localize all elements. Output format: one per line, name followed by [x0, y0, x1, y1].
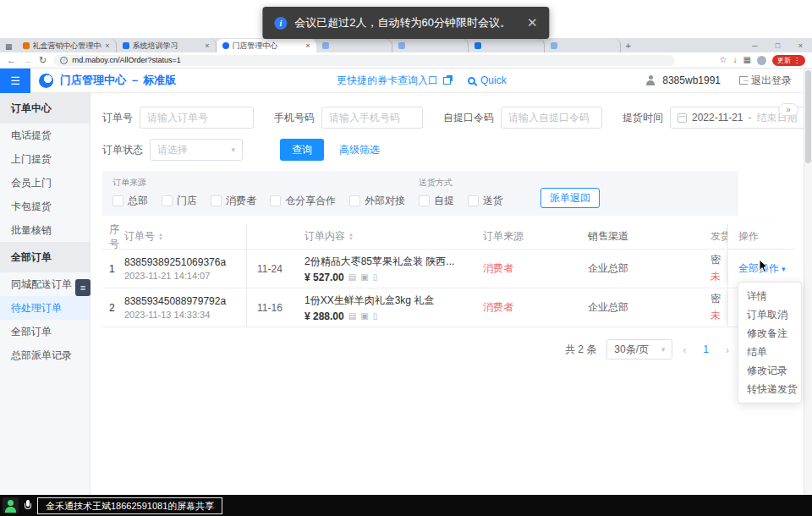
order-no-cell: 83859345088979792a 2023-11-13 14:33:34 [124, 288, 247, 327]
phone-label: 手机号码 [274, 111, 315, 125]
browser-tab-5[interactable] [392, 39, 469, 52]
menu-item-express-ship[interactable]: 转快递发货 [738, 380, 801, 398]
back-icon[interactable]: ← [7, 56, 16, 65]
next-page-button[interactable]: › [726, 343, 729, 356]
order-source-label: 订单来源 [112, 177, 419, 189]
profile-avatar[interactable] [757, 56, 766, 65]
chrome-update-button[interactable]: 更新 ⋮ [772, 55, 805, 66]
sidebar-item-hq-dispatch-records[interactable]: 总部派单记录 [0, 343, 90, 367]
forward-icon[interactable]: → [23, 56, 32, 65]
tab-close-icon[interactable]: × [305, 41, 310, 50]
scrollbar-thumb[interactable] [805, 70, 811, 163]
checkbox-label: 外部对接 [365, 194, 405, 208]
sort-icon[interactable]: ▲▼ [348, 233, 354, 241]
checkbox-hq[interactable]: 总部 [112, 194, 148, 208]
tab-close-icon[interactable]: × [105, 41, 109, 50]
dispatch-return-button[interactable]: 派单退回 [540, 188, 600, 208]
order-no-input[interactable] [140, 107, 254, 129]
checkbox-consumer[interactable]: 消费者 [211, 194, 256, 208]
maximize-button[interactable]: □ [766, 41, 789, 50]
header-pickup-time [247, 224, 304, 249]
filter-row-1: 订单号 手机号码 自提口令码 提货时间 2022-11-21 - 结束日期 [102, 107, 795, 129]
order-no: 83859345088979792a [124, 295, 226, 307]
browser-tab-1[interactable]: 礼盒营销中心管理中心 × [17, 39, 117, 52]
sidebar-section-all-orders[interactable]: 全部订单 [0, 242, 90, 272]
checkbox-icon[interactable] [270, 195, 281, 206]
checkbox-self-pickup[interactable]: 自提 [419, 194, 454, 208]
checkbox-icon[interactable] [162, 195, 173, 206]
site-info-icon[interactable]: i [60, 57, 68, 64]
checkbox-external[interactable]: 外部对接 [349, 194, 405, 208]
close-window-button[interactable]: × [789, 41, 812, 50]
checkbox-icon[interactable] [419, 195, 430, 206]
page-size-select[interactable]: 30条/页 ▾ [606, 339, 672, 360]
page-scrollbar[interactable] [804, 69, 812, 495]
panel-collapse-button[interactable]: » [778, 103, 798, 116]
date-start-value[interactable]: 2022-11-21 [692, 112, 743, 124]
current-page[interactable]: 1 [697, 343, 716, 355]
menu-item-edit-history[interactable]: 修改记录 [738, 361, 801, 380]
url-bar[interactable]: i rnd.maboy.cn/AllOrder?status=1 [53, 55, 675, 66]
minimize-button[interactable]: ─ [743, 41, 766, 50]
header-content[interactable]: 订单内容 ▲▼ [304, 224, 478, 249]
quick-label[interactable]: Quick [480, 74, 507, 86]
tab-close-icon[interactable]: × [205, 41, 209, 50]
download-icon[interactable]: ↓ [733, 56, 738, 64]
browser-tab-4[interactable] [316, 39, 392, 52]
pickup-code-input[interactable] [501, 107, 602, 129]
search-button[interactable]: 查询 [280, 139, 324, 161]
checkbox-warehouse-share[interactable]: 仓分享合作 [270, 194, 336, 208]
menu-item-settle[interactable]: 结单 [738, 343, 801, 361]
header-content-label: 订单内容 [304, 229, 345, 244]
browser-tab-active[interactable]: 门店管理中心 × [217, 39, 316, 52]
bookmark-icon[interactable]: ☆ [720, 56, 727, 64]
tab-favicon [222, 42, 229, 49]
sidebar-item-batch-verify[interactable]: 批量核销 [0, 218, 90, 242]
sidebar-item-door-pickup[interactable]: 上门提货 [0, 147, 90, 171]
quick-entry-link[interactable]: 更快捷的券卡查询入口 [337, 74, 438, 88]
sidebar-section-order-center[interactable]: 订单中心 [0, 93, 90, 124]
hamburger-menu-button[interactable]: ☰ [0, 69, 30, 93]
logout-button[interactable]: 退出登录 [739, 74, 792, 88]
new-tab-button[interactable]: + [626, 41, 631, 51]
checkbox-store[interactable]: 门店 [162, 194, 197, 208]
sidebar-item-card-pickup[interactable]: 卡包提货 [0, 195, 90, 218]
close-icon[interactable]: ✕ [527, 15, 538, 30]
menu-item-cancel-order[interactable]: 订单取消 [738, 305, 801, 324]
browser-tab-6[interactable] [469, 39, 545, 52]
sidebar-item-pending-orders[interactable]: 待处理订单 [0, 296, 90, 320]
reload-icon[interactable]: ↻ [39, 56, 47, 65]
menu-item-edit-note[interactable]: 修改备注 [738, 324, 801, 343]
order-status-select[interactable]: 请选择 ▾ [150, 139, 243, 161]
phone-input[interactable] [321, 107, 423, 129]
checkbox-icon[interactable] [349, 195, 360, 206]
order-source-cell: 消费者 [478, 250, 588, 288]
checkbox-icon[interactable] [211, 195, 222, 206]
tab-label: 系统培训学习 [133, 41, 202, 52]
print-icon: ▤ [348, 273, 356, 282]
browser-tab-2[interactable]: 系统培训学习 × [117, 39, 217, 52]
menu-item-details[interactable]: 详情 [738, 287, 801, 305]
extensions-icon[interactable]: ▦ [743, 56, 751, 64]
prev-page-button[interactable]: ‹ [683, 343, 686, 356]
collapse-icon: ≡ [80, 283, 85, 293]
username[interactable]: 8385wb1991 [662, 74, 721, 86]
screen-share-label: 金禾通技术王斌18662591081的屏幕共享 [37, 497, 222, 514]
advanced-filter-link[interactable]: 高级筛选 [339, 143, 380, 157]
sidebar-collapse-button[interactable]: ≡ [75, 279, 91, 296]
app-header: ☰ 门店管理中心 － 标准版 更快捷的券卡查询入口 Quick 8385wb19… [0, 69, 804, 93]
tab-groups-icon[interactable]: ▦ [5, 42, 13, 51]
checkbox-icon[interactable] [468, 195, 479, 206]
sort-icon[interactable]: ▲▼ [158, 233, 163, 241]
app-title-text: 门店管理中心 [60, 74, 126, 86]
checkbox-delivery[interactable]: 送货 [468, 194, 503, 208]
delivery-method-group: 送货方式 自提 送货 [419, 177, 517, 208]
checkbox-icon[interactable] [112, 195, 123, 206]
sidebar-item-member-visit[interactable]: 会员上门 [0, 171, 90, 195]
chevron-down-icon: ▾ [231, 145, 235, 154]
header-order-no[interactable]: 订单号 ▲▼ [124, 224, 247, 249]
sidebar-item-all-orders[interactable]: 全部订单 [0, 320, 90, 343]
sidebar-item-phone-pickup[interactable]: 电话提货 [0, 124, 90, 147]
table-row: 2 83859345088979792a 2023-11-13 14:33:34… [102, 288, 795, 327]
browser-tab-7[interactable] [545, 39, 621, 52]
